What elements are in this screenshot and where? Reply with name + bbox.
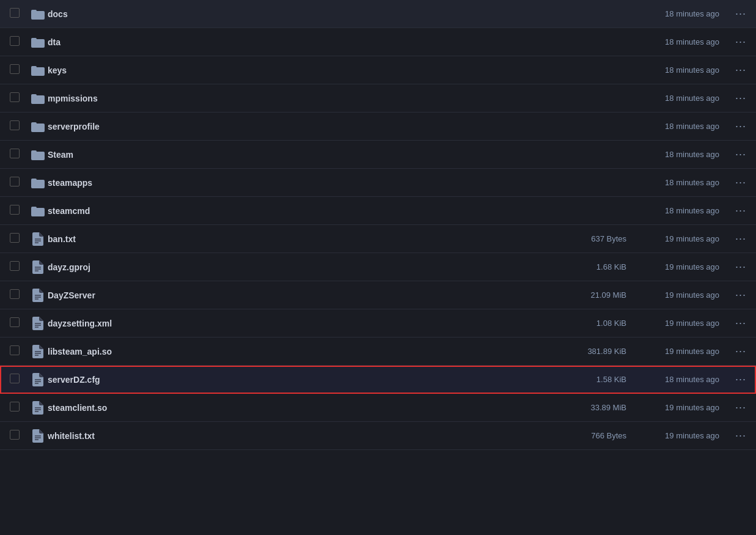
- file-icon: [29, 317, 46, 330]
- file-date: 19 minutes ago: [626, 319, 724, 328]
- more-options-button[interactable]: ···: [724, 176, 746, 189]
- file-size: 33.89 MiB: [541, 403, 626, 412]
- table-row: Steam 18 minutes ago ···: [0, 141, 756, 169]
- more-options-button[interactable]: ···: [724, 7, 746, 20]
- file-date: 18 minutes ago: [626, 94, 724, 103]
- svg-rect-5: [31, 66, 37, 69]
- file-date: 19 minutes ago: [626, 347, 724, 356]
- file-name[interactable]: mpmissions: [46, 94, 541, 103]
- row-checkbox-16[interactable]: [10, 430, 20, 440]
- file-size: 381.89 KiB: [541, 347, 626, 356]
- folder-icon: [29, 65, 46, 76]
- file-name[interactable]: serverprofile: [46, 122, 541, 131]
- more-options-button[interactable]: ···: [724, 64, 746, 76]
- file-name[interactable]: steamclient.so: [46, 403, 541, 413]
- table-row: steamclient.so 33.89 MiB 19 minutes ago …: [0, 394, 756, 422]
- file-name[interactable]: steamapps: [46, 178, 541, 188]
- folder-icon: [29, 177, 46, 188]
- row-checkbox-1[interactable]: [10, 8, 20, 18]
- table-row: DayZServer 21.09 MiB 19 minutes ago ···: [0, 281, 756, 309]
- file-name[interactable]: steamcmd: [46, 206, 541, 216]
- file-date: 18 minutes ago: [626, 178, 724, 187]
- more-options-button[interactable]: ···: [724, 401, 746, 414]
- table-row: serverDZ.cfg 1.58 KiB 18 minutes ago ···: [0, 366, 756, 394]
- file-name[interactable]: dayz.gproj: [46, 262, 541, 272]
- file-name[interactable]: dayzsetting.xml: [46, 319, 541, 328]
- file-name[interactable]: serverDZ.cfg: [46, 375, 541, 385]
- table-row: dayzsetting.xml 1.08 KiB 19 minutes ago …: [0, 309, 756, 338]
- file-date: 19 minutes ago: [626, 234, 724, 243]
- row-checkbox-7[interactable]: [10, 177, 20, 186]
- folder-icon: [29, 9, 46, 20]
- more-options-button[interactable]: ···: [724, 345, 746, 358]
- file-size: 21.09 MiB: [541, 290, 626, 300]
- file-date: 18 minutes ago: [626, 37, 724, 46]
- row-checkbox-cell: [10, 402, 29, 413]
- svg-rect-1: [31, 10, 37, 13]
- row-checkbox-13[interactable]: [10, 345, 20, 355]
- row-checkbox-10[interactable]: [10, 261, 20, 271]
- folder-icon: [29, 205, 46, 216]
- row-checkbox-cell: [10, 430, 29, 441]
- row-checkbox-6[interactable]: [10, 149, 20, 158]
- table-row: serverprofile 18 minutes ago ···: [0, 113, 756, 141]
- row-checkbox-14[interactable]: [10, 374, 20, 383]
- more-options-button[interactable]: ···: [724, 232, 746, 245]
- file-date: 18 minutes ago: [626, 375, 724, 384]
- table-row: ban.txt 637 Bytes 19 minutes ago ···: [0, 225, 756, 253]
- svg-rect-3: [31, 38, 37, 41]
- table-row: dta 18 minutes ago ···: [0, 28, 756, 56]
- file-name[interactable]: DayZServer: [46, 290, 541, 300]
- row-checkbox-cell: [10, 92, 29, 104]
- svg-rect-9: [31, 122, 37, 125]
- file-size: 1.08 KiB: [541, 319, 626, 328]
- file-icon: [29, 232, 46, 246]
- row-checkbox-4[interactable]: [10, 92, 20, 102]
- row-checkbox-3[interactable]: [10, 64, 20, 74]
- more-options-button[interactable]: ···: [724, 148, 746, 161]
- more-options-button[interactable]: ···: [724, 373, 746, 386]
- table-row: whitelist.txt 766 Bytes 19 minutes ago ·…: [0, 422, 756, 450]
- table-row: libsteam_api.so 381.89 KiB 19 minutes ag…: [0, 338, 756, 366]
- row-checkbox-cell: [10, 205, 29, 216]
- more-options-button[interactable]: ···: [724, 35, 746, 48]
- file-name[interactable]: dta: [46, 37, 541, 47]
- row-checkbox-5[interactable]: [10, 120, 20, 130]
- more-options-button[interactable]: ···: [724, 289, 746, 301]
- table-row: dayz.gproj 1.68 KiB 19 minutes ago ···: [0, 253, 756, 281]
- more-options-button[interactable]: ···: [724, 429, 746, 442]
- file-name[interactable]: libsteam_api.so: [46, 347, 541, 356]
- file-date: 19 minutes ago: [626, 262, 724, 271]
- row-checkbox-11[interactable]: [10, 289, 20, 299]
- row-checkbox-2[interactable]: [10, 36, 20, 46]
- file-name[interactable]: keys: [46, 65, 541, 75]
- row-checkbox-12[interactable]: [10, 317, 20, 327]
- row-checkbox-cell: [10, 261, 29, 273]
- more-options-button[interactable]: ···: [724, 120, 746, 133]
- row-checkbox-cell: [10, 345, 29, 357]
- file-date: 18 minutes ago: [626, 122, 724, 131]
- file-name[interactable]: whitelist.txt: [46, 431, 541, 441]
- more-options-button[interactable]: ···: [724, 260, 746, 273]
- row-checkbox-cell: [10, 317, 29, 329]
- folder-icon: [29, 149, 46, 160]
- file-icon: [29, 260, 46, 274]
- row-checkbox-cell: [10, 64, 29, 76]
- row-checkbox-8[interactable]: [10, 205, 20, 215]
- svg-rect-7: [31, 94, 37, 97]
- row-checkbox-15[interactable]: [10, 402, 20, 411]
- file-name[interactable]: ban.txt: [46, 234, 541, 244]
- more-options-button[interactable]: ···: [724, 317, 746, 330]
- more-options-button[interactable]: ···: [724, 204, 746, 217]
- more-options-button[interactable]: ···: [724, 92, 746, 105]
- file-name[interactable]: docs: [46, 9, 541, 19]
- table-row: keys 18 minutes ago ···: [0, 56, 756, 84]
- table-row: docs 18 minutes ago ···: [0, 0, 756, 28]
- table-row: steamapps 18 minutes ago ···: [0, 169, 756, 197]
- file-icon: [29, 345, 46, 358]
- file-date: 18 minutes ago: [626, 150, 724, 159]
- table-row: steamcmd 18 minutes ago ···: [0, 197, 756, 225]
- row-checkbox-cell: [10, 233, 29, 245]
- file-name[interactable]: Steam: [46, 150, 541, 160]
- row-checkbox-9[interactable]: [10, 233, 20, 243]
